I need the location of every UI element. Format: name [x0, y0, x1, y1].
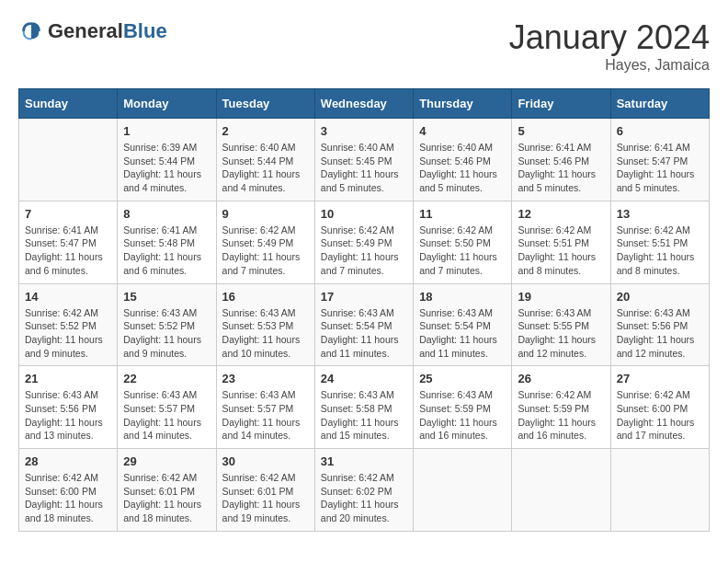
day-info: Sunrise: 6:41 AMSunset: 5:47 PMDaylight:…: [617, 141, 703, 195]
day-number: 4: [419, 124, 506, 138]
day-info: Sunrise: 6:40 AMSunset: 5:45 PMDaylight:…: [321, 141, 407, 195]
day-number: 1: [123, 124, 210, 138]
day-number: 12: [518, 207, 604, 221]
page-header: GeneralBlue January 2024 Hayes, Jamaica: [18, 18, 710, 74]
day-info: Sunrise: 6:42 AMSunset: 6:01 PMDaylight:…: [222, 471, 309, 525]
weekday-header: Thursday: [414, 89, 512, 119]
calendar-cell: 12Sunrise: 6:42 AMSunset: 5:51 PMDayligh…: [512, 201, 610, 283]
calendar-cell: 15Sunrise: 6:43 AMSunset: 5:52 PMDayligh…: [118, 283, 216, 366]
calendar-week-row: 1Sunrise: 6:39 AMSunset: 5:44 PMDaylight…: [19, 119, 710, 201]
day-number: 17: [321, 290, 407, 304]
calendar-cell: 19Sunrise: 6:43 AMSunset: 5:55 PMDayligh…: [512, 283, 610, 366]
calendar-cell: [512, 449, 610, 532]
calendar-cell: 3Sunrise: 6:40 AMSunset: 5:45 PMDaylight…: [314, 119, 413, 201]
calendar-cell: 30Sunrise: 6:42 AMSunset: 6:01 PMDayligh…: [216, 449, 314, 532]
calendar-cell: 18Sunrise: 6:43 AMSunset: 5:54 PMDayligh…: [414, 283, 512, 366]
day-info: Sunrise: 6:39 AMSunset: 5:44 PMDaylight:…: [123, 141, 210, 195]
day-info: Sunrise: 6:43 AMSunset: 5:54 PMDaylight:…: [419, 306, 506, 361]
day-number: 31: [321, 454, 407, 468]
day-info: Sunrise: 6:41 AMSunset: 5:47 PMDaylight:…: [25, 224, 111, 278]
logo: GeneralBlue: [18, 18, 167, 44]
calendar-cell: 24Sunrise: 6:43 AMSunset: 5:58 PMDayligh…: [314, 366, 413, 449]
day-info: Sunrise: 6:43 AMSunset: 5:59 PMDaylight:…: [419, 388, 506, 442]
calendar-cell: [414, 449, 512, 532]
calendar-cell: 23Sunrise: 6:43 AMSunset: 5:57 PMDayligh…: [216, 366, 314, 449]
day-info: Sunrise: 6:41 AMSunset: 5:46 PMDaylight:…: [518, 141, 604, 195]
calendar-cell: 25Sunrise: 6:43 AMSunset: 5:59 PMDayligh…: [414, 366, 512, 449]
day-info: Sunrise: 6:42 AMSunset: 6:02 PMDaylight:…: [321, 471, 407, 525]
day-info: Sunrise: 6:43 AMSunset: 5:54 PMDaylight:…: [321, 306, 407, 361]
calendar-cell: 6Sunrise: 6:41 AMSunset: 5:47 PMDaylight…: [610, 119, 709, 201]
calendar-cell: 29Sunrise: 6:42 AMSunset: 6:01 PMDayligh…: [118, 449, 216, 532]
day-info: Sunrise: 6:43 AMSunset: 5:55 PMDaylight:…: [518, 306, 604, 361]
calendar-cell: 27Sunrise: 6:42 AMSunset: 6:00 PMDayligh…: [610, 366, 709, 449]
day-info: Sunrise: 6:41 AMSunset: 5:48 PMDaylight:…: [123, 224, 210, 278]
weekday-header-row: SundayMondayTuesdayWednesdayThursdayFrid…: [19, 89, 710, 119]
day-info: Sunrise: 6:42 AMSunset: 5:49 PMDaylight:…: [222, 224, 309, 278]
title-block: January 2024 Hayes, Jamaica: [509, 18, 710, 74]
day-info: Sunrise: 6:43 AMSunset: 5:57 PMDaylight:…: [222, 388, 309, 442]
calendar-cell: 13Sunrise: 6:42 AMSunset: 5:51 PMDayligh…: [610, 201, 709, 283]
day-info: Sunrise: 6:43 AMSunset: 5:57 PMDaylight:…: [123, 388, 210, 442]
day-info: Sunrise: 6:42 AMSunset: 6:00 PMDaylight:…: [617, 388, 703, 442]
calendar-cell: 31Sunrise: 6:42 AMSunset: 6:02 PMDayligh…: [314, 449, 413, 532]
day-number: 3: [321, 124, 407, 138]
day-number: 6: [617, 124, 703, 138]
day-number: 8: [123, 207, 210, 221]
day-number: 10: [321, 207, 407, 221]
day-info: Sunrise: 6:42 AMSunset: 5:51 PMDaylight:…: [617, 224, 703, 278]
calendar-cell: 21Sunrise: 6:43 AMSunset: 5:56 PMDayligh…: [19, 366, 118, 449]
calendar-cell: 9Sunrise: 6:42 AMSunset: 5:49 PMDaylight…: [216, 201, 314, 283]
day-number: 21: [25, 372, 111, 385]
day-number: 13: [617, 207, 703, 221]
day-number: 16: [222, 290, 309, 304]
day-number: 15: [123, 290, 210, 304]
calendar-cell: 22Sunrise: 6:43 AMSunset: 5:57 PMDayligh…: [118, 366, 216, 449]
day-info: Sunrise: 6:43 AMSunset: 5:53 PMDaylight:…: [222, 306, 309, 361]
calendar-cell: 26Sunrise: 6:42 AMSunset: 5:59 PMDayligh…: [512, 366, 610, 449]
calendar-cell: 16Sunrise: 6:43 AMSunset: 5:53 PMDayligh…: [216, 283, 314, 366]
calendar-cell: 17Sunrise: 6:43 AMSunset: 5:54 PMDayligh…: [314, 283, 413, 366]
calendar-cell: 11Sunrise: 6:42 AMSunset: 5:50 PMDayligh…: [414, 201, 512, 283]
day-number: 24: [321, 372, 407, 385]
location: Hayes, Jamaica: [509, 57, 710, 74]
day-number: 9: [222, 207, 309, 221]
calendar-cell: 2Sunrise: 6:40 AMSunset: 5:44 PMDaylight…: [216, 119, 314, 201]
day-number: 2: [222, 124, 309, 138]
calendar-week-row: 28Sunrise: 6:42 AMSunset: 6:00 PMDayligh…: [19, 449, 710, 532]
calendar-cell: 10Sunrise: 6:42 AMSunset: 5:49 PMDayligh…: [314, 201, 413, 283]
day-info: Sunrise: 6:43 AMSunset: 5:56 PMDaylight:…: [617, 306, 703, 361]
calendar-cell: 8Sunrise: 6:41 AMSunset: 5:48 PMDaylight…: [118, 201, 216, 283]
month-title: January 2024: [509, 18, 710, 57]
day-number: 27: [617, 372, 703, 385]
weekday-header: Tuesday: [216, 89, 314, 119]
day-number: 30: [222, 454, 309, 468]
calendar-table: SundayMondayTuesdayWednesdayThursdayFrid…: [18, 88, 710, 532]
calendar-cell: 20Sunrise: 6:43 AMSunset: 5:56 PMDayligh…: [610, 283, 709, 366]
day-info: Sunrise: 6:42 AMSunset: 5:50 PMDaylight:…: [419, 224, 506, 278]
calendar-week-row: 7Sunrise: 6:41 AMSunset: 5:47 PMDaylight…: [19, 201, 710, 283]
weekday-header: Monday: [118, 89, 216, 119]
calendar-cell: 7Sunrise: 6:41 AMSunset: 5:47 PMDaylight…: [19, 201, 118, 283]
day-number: 29: [123, 454, 210, 468]
weekday-header: Friday: [512, 89, 610, 119]
calendar-cell: 4Sunrise: 6:40 AMSunset: 5:46 PMDaylight…: [414, 119, 512, 201]
day-number: 14: [25, 290, 111, 304]
day-number: 26: [518, 372, 604, 385]
weekday-header: Wednesday: [314, 89, 413, 119]
day-number: 25: [419, 372, 506, 385]
day-info: Sunrise: 6:42 AMSunset: 5:49 PMDaylight:…: [321, 224, 407, 278]
day-number: 18: [419, 290, 506, 304]
logo-icon: [18, 18, 44, 44]
day-number: 28: [25, 454, 111, 468]
weekday-header: Sunday: [19, 89, 118, 119]
calendar-cell: [610, 449, 709, 532]
calendar-week-row: 21Sunrise: 6:43 AMSunset: 5:56 PMDayligh…: [19, 366, 710, 449]
calendar-cell: 28Sunrise: 6:42 AMSunset: 6:00 PMDayligh…: [19, 449, 118, 532]
day-info: Sunrise: 6:40 AMSunset: 5:46 PMDaylight:…: [419, 141, 506, 195]
day-number: 20: [617, 290, 703, 304]
day-number: 11: [419, 207, 506, 221]
day-number: 23: [222, 372, 309, 385]
day-number: 22: [123, 372, 210, 385]
calendar-week-row: 14Sunrise: 6:42 AMSunset: 5:52 PMDayligh…: [19, 283, 710, 366]
